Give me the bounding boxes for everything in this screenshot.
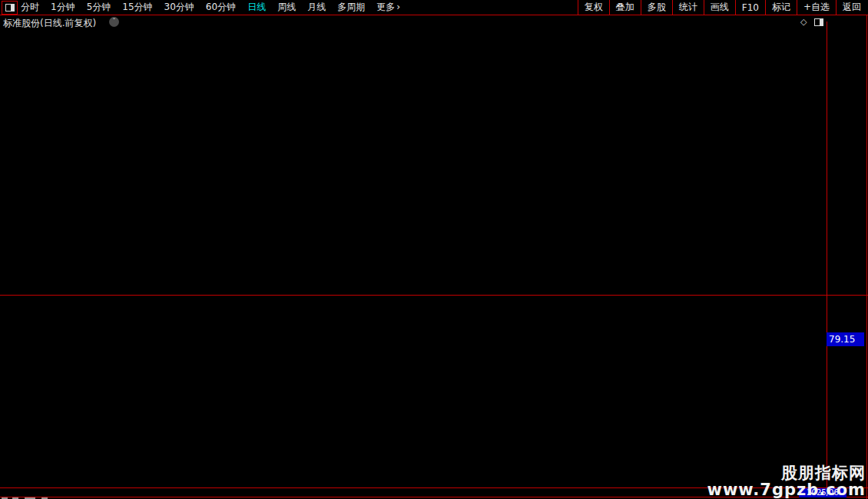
action-button-9[interactable]: 返回 <box>836 0 867 15</box>
watermark: 股朋指标网 www.7gpzb.com <box>707 464 866 498</box>
action-button-8[interactable]: +自选 <box>797 0 836 15</box>
right-edge-line <box>866 15 867 499</box>
menu-item-10[interactable]: 多周期 <box>337 1 365 14</box>
menu-item-6[interactable]: 60分钟 <box>206 1 236 14</box>
menu-item-11[interactable]: 更多› <box>376 1 400 14</box>
indicator-header <box>0 296 866 309</box>
period-menu: 分时1分钟5分钟15分钟30分钟60分钟日线周线月线多周期更多› <box>21 0 400 15</box>
action-button-3[interactable]: 多股 <box>641 0 672 15</box>
layout-split-icon[interactable] <box>2 1 18 15</box>
menu-item-9[interactable]: 月线 <box>307 1 326 14</box>
menu-item-8[interactable]: 周线 <box>277 1 296 14</box>
app-root: 分时1分钟5分钟15分钟30分钟60分钟日线周线月线多周期更多› 复权叠加多股统… <box>0 0 868 499</box>
action-button-5[interactable]: 画线 <box>704 0 735 15</box>
action-button-1[interactable]: 复权 <box>578 0 609 15</box>
menu-item-1[interactable]: 分时 <box>21 1 39 14</box>
axis-separator-line <box>827 21 827 497</box>
current-value-label: 79.15 <box>827 332 864 346</box>
action-button-6[interactable]: F10 <box>735 0 765 15</box>
menu-item-2[interactable]: 1分钟 <box>51 1 75 14</box>
candlestick-chart[interactable] <box>0 21 868 296</box>
action-button-7[interactable]: 标记 <box>765 0 797 15</box>
menu-item-5[interactable]: 30分钟 <box>164 1 194 14</box>
action-menu: 复权叠加多股统计画线F10标记+自选返回 <box>578 0 867 15</box>
action-button-2[interactable]: 叠加 <box>609 0 641 15</box>
menu-item-3[interactable]: 5分钟 <box>87 1 111 14</box>
menu-item-4[interactable]: 15分钟 <box>122 1 152 14</box>
action-button-4[interactable]: 统计 <box>672 0 704 15</box>
watermark-line2: www.7gpzb.com <box>707 481 866 498</box>
layout-split-icon-glyph <box>5 4 15 12</box>
indicator-chart[interactable] <box>0 310 868 487</box>
menu-item-7[interactable]: 日线 <box>247 1 266 14</box>
top-toolbar: 分时1分钟5分钟15分钟30分钟60分钟日线周线月线多周期更多› 复权叠加多股统… <box>0 0 868 15</box>
watermark-line1: 股朋指标网 <box>707 464 866 481</box>
chevron-right-icon: › <box>396 2 400 12</box>
